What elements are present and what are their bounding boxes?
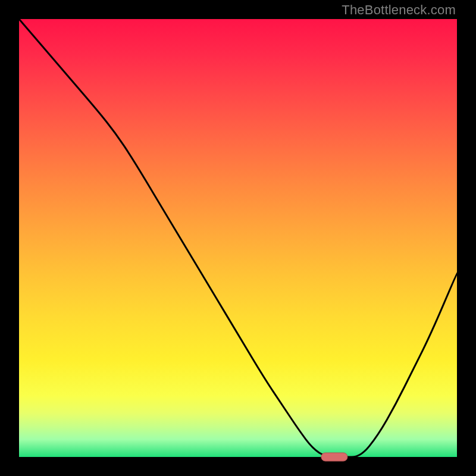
- watermark-text: TheBottleneck.com: [342, 2, 456, 18]
- bottleneck-curve: [19, 19, 457, 457]
- curve-layer: [19, 19, 457, 457]
- plot-area: [19, 19, 457, 457]
- chart-frame: TheBottleneck.com: [0, 0, 476, 476]
- optimal-marker: [321, 453, 347, 461]
